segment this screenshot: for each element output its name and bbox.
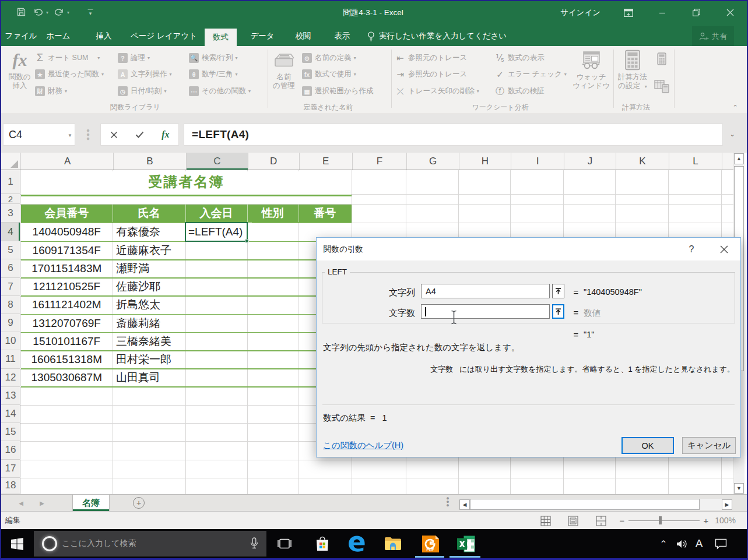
ribbon-big-button-計算方法の設定[interactable]: 計算方法の設定 ▾ [616, 48, 649, 102]
row-header-12[interactable]: 12 [1, 369, 20, 387]
ribbon-button-4[interactable]: A文字列操作▾ [118, 69, 172, 80]
ribbon-button-8[interactable]: ⋯その他の関数▾ [189, 86, 251, 97]
arg2-input[interactable] [421, 304, 550, 319]
ribbon-button-2[interactable]: 財財務▾ [35, 86, 67, 97]
ribbon-button-3[interactable]: ?論理▾ [118, 52, 150, 64]
cell-B8[interactable]: 折島悠太 [113, 296, 185, 314]
tell-me-box[interactable]: 実行したい作業を入力してください [367, 26, 507, 46]
cell-A8[interactable]: 1611121402M [21, 296, 113, 314]
cancel-button[interactable]: キャンセル [682, 437, 736, 454]
ribbon-button-5[interactable]: ◷日付/時刻▾ [118, 86, 167, 97]
row-header-18[interactable]: 18 [1, 478, 20, 494]
cell-B6[interactable]: 瀬野満 [113, 259, 185, 277]
action-center-icon[interactable] [712, 529, 729, 558]
tab-file[interactable]: ファイル [0, 26, 42, 46]
row-header-5[interactable]: 5 [1, 241, 20, 259]
tab-7[interactable]: 表示 [325, 26, 360, 46]
ribbon-button-13[interactable]: ⇥参照先のトレース [395, 69, 467, 80]
zoom-slider[interactable] [628, 520, 700, 521]
ribbon-display-options-icon[interactable] [617, 0, 640, 25]
dialog-help-icon[interactable]: ? [683, 238, 700, 260]
volume-icon[interactable] [674, 529, 690, 558]
redo-dropdown-icon[interactable]: ▾ [67, 10, 69, 15]
dialog-close-icon[interactable] [715, 238, 733, 260]
calculate-now-icon[interactable] [654, 79, 669, 96]
scroll-down-icon[interactable]: ▼ [734, 483, 744, 494]
cell-A11[interactable]: 1606151318M [21, 350, 113, 368]
dialog-title-bar[interactable]: 関数の引数 ? [317, 238, 740, 260]
select-all-corner[interactable] [1, 153, 20, 170]
name-box-dropdown-icon[interactable]: ▼ [68, 133, 72, 138]
ribbon-button-14[interactable]: ⤫トレース矢印の削除▾ [395, 86, 479, 97]
name-box[interactable]: C4 ▼ [3, 124, 75, 146]
ribbon-button-15[interactable]: ⅟₅数式の表示 [495, 52, 545, 64]
calculate-sheet-icon[interactable] [656, 52, 668, 68]
column-header-E[interactable]: E [300, 153, 353, 170]
cell-B11[interactable]: 田村栄一郎 [113, 350, 185, 368]
row-header-16[interactable]: 16 [1, 441, 20, 459]
column-header-K[interactable]: K [616, 153, 669, 170]
row-header-17[interactable]: 17 [1, 460, 20, 478]
sheet-nav-right-icon[interactable]: ▶ [37, 495, 47, 511]
collapse-ribbon-icon[interactable]: ⌃ [729, 102, 742, 112]
column-header-B[interactable]: B [114, 153, 187, 170]
scroll-left-icon[interactable]: ◀ [459, 499, 470, 510]
cell-A4[interactable]: 1404050948F [21, 223, 113, 241]
cell-A10[interactable]: 1510101167F [21, 332, 113, 350]
zoom-slider-thumb[interactable] [659, 516, 662, 524]
ribbon-big-button-ウォッチウィンドウ[interactable]: ウォッチウィンドウ [574, 48, 608, 102]
tab-2[interactable]: 挿入 [86, 26, 121, 46]
ribbon-button-0[interactable]: Σオート SUM▾ [35, 52, 100, 64]
close-button[interactable] [718, 0, 742, 25]
page-break-icon[interactable] [596, 516, 606, 526]
zoom-out-icon[interactable]: − [618, 515, 626, 526]
column-header-F[interactable]: F [353, 153, 407, 170]
column-header-D[interactable]: D [248, 153, 300, 170]
excel-icon[interactable] [453, 529, 479, 558]
start-button[interactable] [0, 529, 34, 558]
ribbon-big-button-関数の挿入[interactable]: fx関数の挿入 [3, 48, 37, 102]
cell-A7[interactable]: 1211210525F [21, 278, 113, 296]
show-hidden-icons-icon[interactable]: ⌃ [656, 529, 670, 558]
minimize-button[interactable] [651, 0, 674, 25]
row-header-6[interactable]: 6 [1, 259, 20, 277]
file-explorer-icon[interactable] [380, 529, 406, 558]
column-header-I[interactable]: I [511, 153, 564, 170]
zoom-level[interactable]: 100% [705, 512, 736, 529]
ribbon-button-16[interactable]: ✓エラー チェック▾ [495, 69, 567, 80]
expand-formula-bar-icon[interactable]: ⌄ [725, 128, 739, 140]
function-help-link[interactable]: この関数のヘルプ(H) [323, 440, 403, 451]
cell-B12[interactable]: 山田真司 [113, 369, 185, 387]
scroll-right-icon[interactable]: ▶ [722, 499, 732, 510]
undo-icon[interactable] [33, 8, 43, 16]
row-header-13[interactable]: 13 [1, 387, 20, 405]
page-layout-icon[interactable] [568, 516, 578, 526]
column-header-m[interactable] [722, 153, 735, 170]
undo-dropdown-icon[interactable]: ▾ [46, 10, 48, 15]
cell-B5[interactable]: 近藤麻衣子 [113, 241, 185, 259]
row-header-11[interactable]: 11 [1, 350, 20, 368]
ribbon-big-button-名前の管理[interactable]: 名前の管理 [267, 48, 301, 102]
store-icon[interactable] [310, 529, 335, 558]
cell-B4[interactable]: 有森優奈 [113, 223, 185, 241]
fill-handle[interactable] [245, 239, 249, 243]
cell-B10[interactable]: 三橋奈緒美 [113, 332, 185, 350]
ribbon-button-9[interactable]: ⊙名前の定義▾ [302, 52, 356, 64]
sign-in-button[interactable]: サインイン [556, 0, 605, 25]
row-header-14[interactable]: 14 [1, 405, 20, 423]
ime-indicator[interactable]: A [693, 529, 705, 558]
task-view-icon[interactable] [272, 529, 297, 558]
row-header-9[interactable]: 9 [1, 314, 20, 332]
tab-bar-resizer[interactable]: ●●● [445, 496, 451, 510]
cell-B7[interactable]: 佐藤沙耶 [113, 278, 185, 296]
row-header-7[interactable]: 7 [1, 278, 20, 296]
new-sheet-icon[interactable]: + [133, 497, 145, 509]
arg1-collapse-icon[interactable] [552, 284, 564, 298]
row-header-4[interactable]: 4 [1, 223, 20, 241]
column-header-J[interactable]: J [564, 153, 616, 170]
ribbon-button-11[interactable]: ▦選択範囲から作成 [302, 86, 374, 97]
sheet-tab-meibo[interactable]: 名簿 [72, 495, 110, 511]
ribbon-button-12[interactable]: ⇤参照元のトレース [395, 52, 467, 64]
cell-B9[interactable]: 斎藤莉緒 [113, 314, 185, 332]
row-header-3[interactable]: 3 [1, 204, 20, 223]
